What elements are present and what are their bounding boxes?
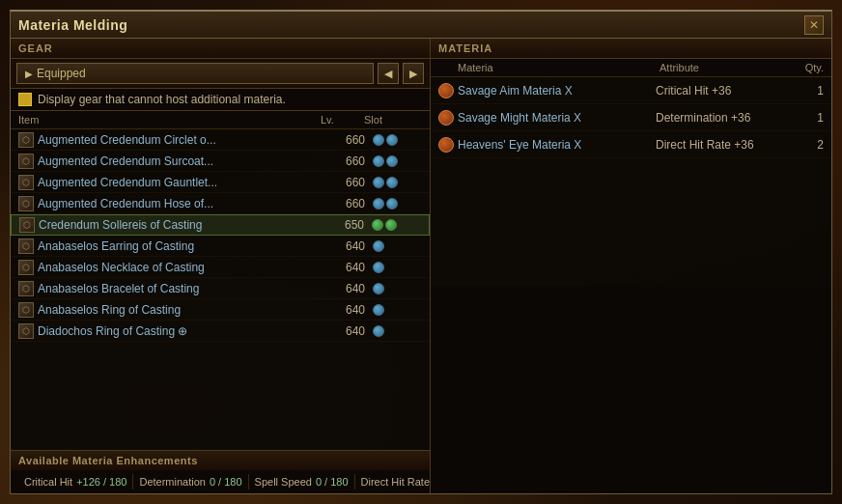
materia-name: Savage Might Materia X — [458, 111, 652, 125]
item-row[interactable]: ⬡Diadochos Ring of Casting ⊕640 — [11, 321, 430, 342]
stat-value: 0 / 180 — [210, 476, 242, 488]
slot-gem — [373, 198, 384, 210]
stat-name: Determination — [139, 476, 205, 488]
item-slots — [369, 325, 422, 337]
stat-name: Spell Speed — [255, 476, 312, 488]
materia-qty: 1 — [795, 111, 824, 125]
materia-list: Savage Aim Materia XCritical Hit +361Sav… — [431, 77, 831, 286]
equipped-dropdown[interactable]: ▶ Equipped — [16, 63, 374, 84]
item-level: 650 — [330, 218, 364, 232]
enhancement-stats: Critical Hit+126 / 180Determination0 / 1… — [11, 470, 430, 493]
materia-gem-icon — [438, 83, 454, 98]
slot-gem — [372, 219, 383, 231]
item-icon: ⬡ — [18, 196, 34, 211]
item-name: Augmented Credendum Circlet o... — [38, 133, 327, 147]
item-name: Augmented Credendum Gauntlet... — [38, 176, 327, 189]
slot-gem — [373, 325, 384, 337]
equipped-bar: ▶ Equipped ◀ ▶ — [11, 59, 430, 89]
warning-icon — [18, 93, 32, 106]
item-icon: ⬡ — [18, 175, 34, 190]
main-window: Materia Melding ✕ GEAR ▶ Equipped ◀ ▶ Di… — [10, 10, 832, 494]
warning-text: Display gear that cannot host additional… — [38, 93, 286, 106]
item-level: 640 — [331, 303, 365, 317]
materia-attr: Direct Hit Rate +36 — [656, 138, 791, 152]
materia-table-header: Materia Attribute Qty. — [431, 59, 831, 77]
stat-name: Direct Hit Rate — [361, 476, 431, 488]
item-row[interactable]: ⬡Anabaselos Bracelet of Casting640 — [11, 278, 430, 299]
item-slots — [369, 134, 422, 146]
next-button[interactable]: ▶ — [403, 63, 424, 84]
mcol-attr-header: Attribute — [660, 62, 795, 73]
item-slots — [369, 177, 422, 188]
title-bar: Materia Melding ✕ — [11, 12, 831, 39]
item-icon: ⬡ — [18, 260, 34, 275]
materia-gem-icon — [438, 137, 454, 153]
stat-item: Spell Speed0 / 180 — [249, 474, 355, 490]
item-icon: ⬡ — [18, 154, 34, 169]
materia-gem-icon — [438, 110, 454, 126]
item-slots — [369, 304, 422, 316]
item-name: Diadochos Ring of Casting ⊕ — [38, 324, 327, 338]
slot-gem — [373, 283, 384, 294]
materia-row[interactable]: Heavens' Eye Materia XDirect Hit Rate +3… — [431, 131, 831, 158]
materia-qty: 2 — [795, 138, 824, 152]
col-slot-header: Slot — [364, 114, 422, 126]
item-row[interactable]: ⬡Anabaselos Earring of Casting640 — [11, 236, 430, 257]
item-icon: ⬡ — [18, 132, 34, 148]
item-slots — [369, 155, 422, 167]
item-icon: ⬡ — [19, 217, 35, 233]
item-level: 660 — [331, 154, 365, 168]
stat-item: Critical Hit+126 / 180 — [18, 474, 133, 490]
item-name: Anabaselos Ring of Casting — [38, 303, 327, 317]
item-slots — [369, 240, 422, 252]
materia-row[interactable]: Savage Might Materia XDetermination +361 — [431, 104, 831, 131]
slot-gem — [386, 155, 398, 167]
item-slots — [369, 283, 422, 294]
materia-header: MATERIA — [431, 39, 831, 59]
gear-header: GEAR — [11, 39, 430, 59]
materia-attr: Determination +36 — [656, 111, 791, 125]
prev-button[interactable]: ◀ — [378, 63, 399, 84]
materia-panel: MATERIA Materia Attribute Qty. Savage Ai… — [431, 39, 831, 493]
materia-row[interactable]: Savage Aim Materia XCritical Hit +361 — [431, 77, 831, 104]
item-level: 660 — [331, 176, 365, 189]
item-name: Anabaselos Earring of Casting — [38, 239, 327, 253]
col-item-header: Item — [18, 114, 321, 126]
slot-gem — [373, 262, 384, 273]
gear-panel: GEAR ▶ Equipped ◀ ▶ Display gear that ca… — [11, 39, 431, 493]
slot-gem — [385, 219, 397, 231]
item-list: ⬡Augmented Credendum Circlet o...660⬡Aug… — [11, 129, 430, 450]
item-slots — [369, 262, 422, 273]
item-icon: ⬡ — [18, 323, 34, 339]
slot-gem — [373, 240, 384, 252]
slot-gem — [373, 155, 384, 167]
item-row[interactable]: ⬡Credendum Sollereis of Casting650 — [11, 214, 430, 236]
item-level: 660 — [331, 197, 365, 210]
item-name: Credendum Sollereis of Casting — [39, 218, 326, 232]
materia-attr: Critical Hit +36 — [656, 84, 791, 98]
slot-gem — [386, 134, 398, 146]
mcol-icon-header — [438, 62, 458, 73]
slot-gem — [373, 304, 384, 316]
item-row[interactable]: ⬡Augmented Credendum Gauntlet...660 — [11, 172, 430, 193]
item-level: 640 — [331, 324, 365, 338]
equipped-label: Equipped — [37, 67, 86, 80]
item-row[interactable]: ⬡Anabaselos Ring of Casting640 — [11, 299, 430, 321]
gear-table-header: Item Lv. Slot — [11, 111, 430, 129]
mcol-qty-header: Qty. — [795, 62, 824, 73]
slot-gem — [373, 134, 384, 146]
close-button[interactable]: ✕ — [804, 15, 824, 35]
item-level: 640 — [331, 261, 365, 274]
item-row[interactable]: ⬡Augmented Credendum Circlet o...660 — [11, 129, 430, 151]
item-icon: ⬡ — [18, 238, 34, 254]
enhancement-label: Available Materia Enhancements — [11, 451, 430, 470]
enhancement-section: Available Materia Enhancements Critical … — [11, 450, 430, 493]
item-row[interactable]: ⬡Augmented Credendum Surcoat...660 — [11, 151, 430, 172]
item-row[interactable]: ⬡Augmented Credendum Hose of...660 — [11, 193, 430, 214]
item-row[interactable]: ⬡Anabaselos Necklace of Casting640 — [11, 257, 430, 278]
materia-name: Heavens' Eye Materia X — [458, 138, 652, 152]
window-title: Materia Melding — [18, 17, 127, 33]
slot-gem — [386, 177, 398, 188]
item-icon: ⬡ — [18, 281, 34, 296]
stat-name: Critical Hit — [24, 476, 72, 488]
